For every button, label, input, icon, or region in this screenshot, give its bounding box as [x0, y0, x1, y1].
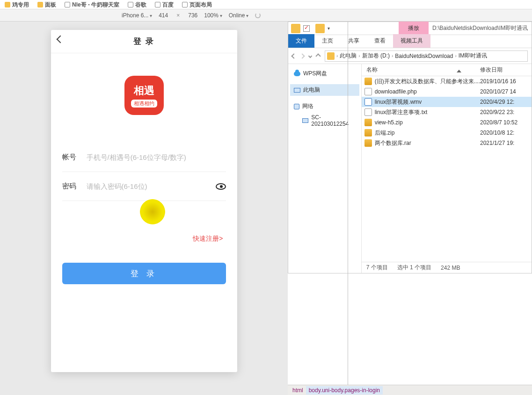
- page-icon: [182, 2, 188, 7]
- device-width[interactable]: 414: [159, 12, 168, 19]
- folder-icon: [5, 2, 10, 7]
- file-date: 2021/1/27 19:: [480, 140, 532, 146]
- status-count: 7 个项目: [366, 264, 388, 272]
- col-date[interactable]: 修改日期: [480, 66, 532, 74]
- tab-view[interactable]: 查看: [367, 34, 393, 48]
- explorer-nav-row: › 此电脑› 新加卷 (D:)› BaiduNetdiskDownload› I…: [288, 48, 532, 64]
- page-title: 登 录: [133, 36, 154, 47]
- file-date: 2020/4/29 12:: [480, 99, 532, 105]
- dim-separator: ×: [175, 12, 182, 19]
- bookmark-item[interactable]: 谷歌: [128, 0, 146, 9]
- page-icon: [128, 2, 133, 7]
- dom-crumb-html[interactable]: html: [290, 386, 306, 395]
- devtools-breadcrumb: html body.uni-body.pages-in-login: [288, 385, 532, 395]
- tab-file[interactable]: 文件: [288, 34, 314, 48]
- file-date: 2020/8/7 10:52: [480, 119, 532, 126]
- device-select[interactable]: iPhone 6...: [122, 12, 152, 19]
- tree-network[interactable]: 网络: [290, 101, 359, 112]
- bookmark-item[interactable]: 鸡专用: [5, 0, 29, 9]
- quick-register-link[interactable]: 快速注册>: [62, 224, 226, 243]
- file-row[interactable]: downloadfile.php2020/10/27 14: [362, 86, 532, 97]
- file-row[interactable]: (旧)开发文档以及数据库、只能参考这来....2019/10/16 16: [362, 76, 532, 86]
- file-name: view-h5.zip: [375, 119, 480, 126]
- folder-icon: [291, 24, 300, 33]
- device-height[interactable]: 736: [188, 12, 197, 19]
- bookmark-item[interactable]: 面板: [37, 0, 56, 9]
- explorer-status-bar: 7 个项目 选中 1 个项目 242 MB: [362, 262, 532, 273]
- throttle-select[interactable]: Online: [229, 12, 248, 19]
- logo-subtext: 相遇相约: [131, 100, 157, 108]
- back-icon[interactable]: [56, 36, 64, 43]
- sort-asc-icon: [457, 70, 461, 72]
- tab-video-tools[interactable]: 视频工具: [393, 34, 430, 48]
- tab-share[interactable]: 共享: [341, 34, 367, 48]
- bookmark-item[interactable]: 页面布局: [182, 0, 212, 9]
- file-row[interactable]: linux部署视频.wmv2020/4/29 12:: [362, 97, 532, 107]
- page-icon: [155, 2, 160, 7]
- cursor-highlight-icon: [140, 199, 165, 224]
- dom-crumb-body[interactable]: body.uni-body.pages-in-login: [306, 386, 383, 395]
- window-path: D:\BaiduNetdiskDownload\IM即时通讯: [429, 24, 532, 32]
- app-logo: 相遇 相遇相约: [124, 76, 164, 115]
- nav-up-icon[interactable]: [315, 53, 321, 58]
- account-input[interactable]: [85, 150, 226, 165]
- tree-this-pc[interactable]: 此电脑: [290, 84, 359, 96]
- login-button[interactable]: 登 录: [62, 263, 226, 284]
- cloud-icon: [294, 72, 300, 76]
- password-label: 密码: [62, 182, 85, 191]
- file-date: 2020/10/27 14: [480, 88, 532, 95]
- file-name: downloadfile.php: [375, 88, 480, 95]
- status-size: 242 MB: [441, 265, 460, 271]
- phone-frame: 登 录 相遇 相遇相约 帐号 密码: [51, 30, 237, 372]
- file-row[interactable]: view-h5.zip2020/8/7 10:52: [362, 117, 532, 128]
- loading-spinner-icon: [255, 13, 261, 18]
- password-input[interactable]: [85, 179, 216, 194]
- devtools-device-bar: iPhone 6... 414 × 736 100% Online: [0, 9, 532, 22]
- folder-icon: [37, 2, 43, 7]
- zip-file-icon: [364, 119, 372, 126]
- explorer-titlebar[interactable]: ▾ 播放 D:\BaiduNetdiskDownload\IM即时通讯: [288, 22, 532, 35]
- breadcrumb-item[interactable]: BaiduNetdiskDownload: [395, 53, 453, 59]
- chevron-down-icon[interactable]: ▾: [328, 26, 330, 31]
- bookmark-item[interactable]: Nle哥 - 牛奶聊天室: [65, 0, 119, 9]
- breadcrumb-item[interactable]: 此电脑: [340, 52, 357, 60]
- nav-history-icon[interactable]: [308, 54, 312, 57]
- pc-icon: [302, 118, 308, 123]
- php-file-icon: [364, 88, 372, 95]
- play-contextual-tab[interactable]: 播放: [399, 22, 429, 35]
- breadcrumb[interactable]: › 此电脑› 新加卷 (D:)› BaiduNetdiskDownload› I…: [325, 50, 528, 62]
- nav-tree: WPS网盘 此电脑 网络 SC-202103012254: [288, 64, 362, 273]
- tree-wps[interactable]: WPS网盘: [290, 68, 359, 79]
- device-preview-pane: 登 录 相遇 相遇相约 帐号 密码: [0, 22, 288, 395]
- wmv-file-icon: [364, 98, 372, 106]
- file-row[interactable]: 后端.zip2020/10/8 12:: [362, 128, 532, 138]
- column-headers[interactable]: 名称 修改日期: [362, 64, 532, 76]
- nav-forward-icon[interactable]: [299, 53, 305, 58]
- bookmark-item[interactable]: 百度: [155, 0, 174, 9]
- file-row[interactable]: 两个数据库.rar2021/1/27 19:: [362, 138, 532, 148]
- zip-file-icon: [364, 139, 372, 147]
- checkbox-icon[interactable]: [303, 25, 310, 32]
- account-label: 帐号: [62, 153, 85, 162]
- file-explorer-window: ▾ 播放 D:\BaiduNetdiskDownload\IM即时通讯 文件 主…: [288, 22, 532, 273]
- nav-back-icon[interactable]: [291, 53, 296, 58]
- network-icon: [294, 104, 299, 109]
- file-row[interactable]: linux部署注意事项.txt2020/9/22 23:: [362, 107, 532, 117]
- status-selected: 选中 1 个项目: [397, 264, 431, 272]
- pane-divider[interactable]: [348, 22, 348, 385]
- breadcrumb-item[interactable]: IM即时通讯: [459, 52, 487, 60]
- tab-home[interactable]: 主页: [314, 34, 341, 48]
- txt-file-icon: [364, 108, 372, 116]
- tree-host[interactable]: SC-202103012254: [290, 112, 359, 129]
- bookmarks-bar: 鸡专用 面板 Nle哥 - 牛奶聊天室 谷歌 百度 页面布局: [0, 0, 532, 9]
- file-date: 2020/9/22 23:: [480, 109, 532, 115]
- show-password-icon[interactable]: [216, 183, 226, 190]
- breadcrumb-item[interactable]: 新加卷 (D:): [362, 52, 390, 60]
- app-header: 登 录: [51, 30, 237, 53]
- pc-icon: [294, 88, 300, 93]
- col-name[interactable]: 名称: [362, 66, 480, 74]
- file-date: 2020/10/8 12:: [480, 129, 532, 136]
- zoom-select[interactable]: 100%: [204, 12, 222, 19]
- file-list: 名称 修改日期 (旧)开发文档以及数据库、只能参考这来....2019/10/1…: [362, 64, 532, 273]
- file-date: 2019/10/16 16: [480, 78, 532, 85]
